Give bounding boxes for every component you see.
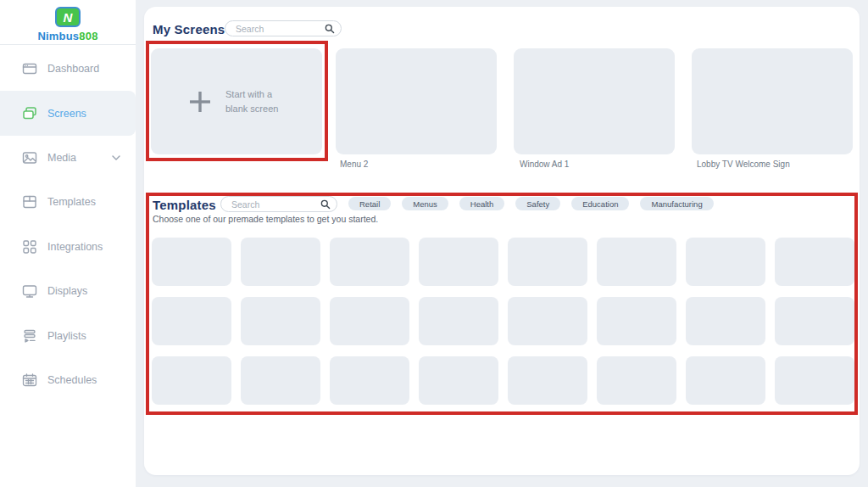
sidebar-item-media[interactable]: Media	[0, 136, 136, 180]
sidebar-item-label: Media	[47, 152, 76, 164]
sidebar-item-schedules[interactable]: Schedules	[0, 358, 136, 402]
template-placeholder-tile[interactable]	[241, 238, 320, 286]
sidebar-item-label: Playlists	[47, 330, 86, 342]
template-placeholder-tile[interactable]	[508, 297, 587, 345]
template-placeholder-tile[interactable]	[686, 297, 765, 345]
screen-card-thumbnail[interactable]	[514, 48, 675, 154]
template-placeholder-tile[interactable]	[597, 356, 676, 405]
template-placeholder-tile[interactable]	[330, 238, 409, 286]
my-screens-search-input[interactable]	[236, 24, 325, 34]
sidebar-divider	[0, 44, 136, 45]
template-category-chips: Retail Menus Health Safety Education Man…	[348, 197, 714, 210]
template-placeholder-tile[interactable]	[419, 238, 498, 286]
category-chip-manufacturing[interactable]: Manufacturing	[640, 197, 713, 210]
search-icon[interactable]	[325, 24, 335, 34]
template-placeholder-tile[interactable]	[419, 356, 498, 405]
templates-icon	[22, 194, 37, 210]
template-placeholder-tile[interactable]	[775, 238, 854, 286]
sidebar: N Nimbus808 Dashboard	[0, 0, 136, 487]
my-screens-search	[225, 20, 342, 36]
template-placeholder-tile[interactable]	[686, 238, 765, 286]
category-chip-education[interactable]: Education	[571, 197, 629, 210]
sidebar-item-dashboard[interactable]: Dashboard	[0, 47, 136, 91]
screens-icon	[22, 106, 37, 121]
template-placeholder-tile[interactable]	[152, 356, 231, 405]
category-chip-health[interactable]: Health	[459, 197, 504, 210]
template-placeholder-tile[interactable]	[597, 238, 676, 286]
plus-icon	[186, 88, 214, 115]
template-placeholder-tile[interactable]	[775, 356, 854, 405]
my-screens-title: My Screens	[153, 22, 225, 36]
sidebar-item-label: Schedules	[47, 374, 97, 386]
templates-search-input[interactable]	[231, 199, 320, 210]
logo-n-icon: N	[55, 7, 81, 27]
template-placeholder-tile[interactable]	[686, 356, 765, 405]
sidebar-item-displays[interactable]: Displays	[0, 269, 136, 313]
playlists-icon	[22, 328, 37, 344]
sidebar-item-templates[interactable]: Templates	[0, 180, 136, 224]
template-placeholder-tile[interactable]	[508, 238, 587, 286]
templates-title: Templates	[153, 198, 216, 212]
template-placeholder-tile[interactable]	[597, 297, 676, 345]
screen-card-thumbnail[interactable]	[336, 48, 497, 154]
blank-screen-label: Start with a blank screen	[225, 87, 287, 115]
templates-grid	[152, 238, 854, 405]
template-placeholder-tile[interactable]	[419, 297, 498, 345]
sidebar-item-label: Screens	[47, 108, 86, 120]
template-placeholder-tile[interactable]	[241, 297, 320, 345]
category-chip-safety[interactable]: Safety	[515, 197, 560, 210]
media-icon	[22, 150, 37, 165]
sidebar-item-screens[interactable]: Screens	[0, 91, 136, 135]
sidebar-item-integrations[interactable]: Integrations	[0, 225, 136, 269]
sidebar-item-label: Templates	[47, 196, 96, 208]
category-chip-retail[interactable]: Retail	[348, 197, 391, 210]
sidebar-item-playlists[interactable]: Playlists	[0, 313, 136, 357]
brand-name: Nimbus808	[0, 30, 136, 42]
sidebar-item-label: Displays	[47, 285, 87, 297]
dashboard-icon	[22, 61, 37, 76]
search-icon[interactable]	[320, 199, 331, 210]
template-placeholder-tile[interactable]	[152, 297, 231, 345]
screen-name: Menu 2	[340, 160, 368, 169]
screen-card-thumbnail[interactable]	[692, 48, 853, 154]
main-panel: My Screens Start with a blank screen Men…	[144, 7, 860, 475]
sidebar-item-label: Integrations	[47, 241, 103, 253]
template-placeholder-tile[interactable]	[775, 297, 854, 345]
template-placeholder-tile[interactable]	[330, 356, 409, 405]
integrations-icon	[22, 239, 37, 255]
schedules-icon	[22, 372, 37, 388]
sidebar-nav: Dashboard Screens Media	[0, 47, 136, 402]
screen-name: Lobby TV Welcome Sign	[697, 160, 790, 169]
category-chip-menus[interactable]: Menus	[402, 197, 448, 210]
logo-letter: N	[64, 11, 73, 24]
blank-screen-card[interactable]: Start with a blank screen	[151, 48, 322, 154]
chevron-down-icon	[112, 155, 120, 160]
displays-icon	[22, 283, 37, 299]
template-placeholder-tile[interactable]	[508, 356, 587, 405]
templates-search	[220, 196, 337, 212]
template-placeholder-tile[interactable]	[152, 238, 231, 286]
sidebar-item-label: Dashboard	[47, 63, 99, 75]
template-placeholder-tile[interactable]	[330, 297, 409, 345]
templates-subtitle: Choose one of our premade templates to g…	[153, 214, 378, 224]
screen-name: Window Ad 1	[520, 160, 569, 169]
template-placeholder-tile[interactable]	[241, 356, 320, 405]
brand-logo: N Nimbus808	[0, 0, 136, 42]
